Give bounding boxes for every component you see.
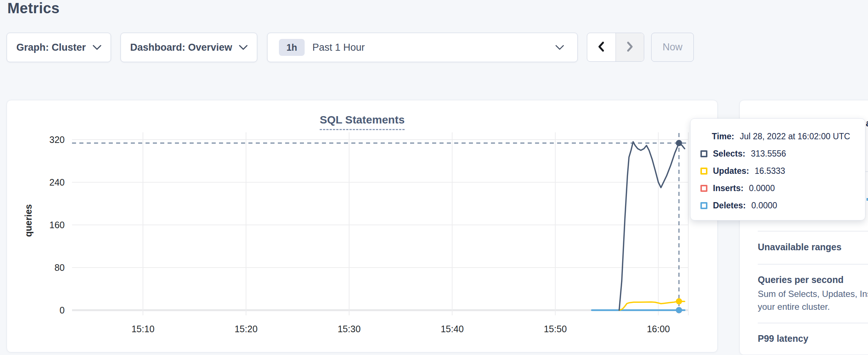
- graph-scope-dropdown-label: Graph: Cluster: [16, 42, 86, 53]
- metrics-page: { "page": { "title": "Metrics" }, "toolb…: [0, 0, 868, 355]
- chevron-down-icon: [555, 45, 564, 50]
- chevron-down-icon: [239, 45, 248, 50]
- divider: [758, 231, 868, 232]
- chevron-left-icon: [597, 41, 606, 54]
- tooltip-time-value: Jul 28, 2022 at 16:02:00 UTC: [740, 132, 850, 141]
- tooltip-inserts-value: 0.0000: [749, 183, 775, 193]
- dashboard-dropdown[interactable]: Dashboard: Overview: [121, 33, 257, 62]
- clipped-text-fragment: a: [866, 118, 868, 129]
- summary-qps-title: Queries per second: [758, 275, 843, 285]
- prev-range-button[interactable]: [587, 33, 616, 61]
- tooltip-time-label: Time:: [712, 132, 734, 141]
- summary-qps-description-line2: your entire cluster.: [758, 302, 830, 312]
- time-range-nav: [587, 33, 644, 62]
- inserts-series-swatch-icon: [700, 185, 707, 192]
- tooltip-deletes-label: Deletes:: [713, 201, 746, 211]
- tooltip-selects-label: Selects:: [713, 149, 745, 159]
- now-button-label: Now: [663, 42, 682, 53]
- divider: [758, 323, 868, 323]
- summary-unavailable-ranges-title: Unavailable ranges: [758, 242, 842, 252]
- tooltip-updates-label: Updates:: [713, 166, 749, 176]
- legend-swatch-fragment: [867, 198, 868, 201]
- updates-series-swatch-icon: [700, 168, 707, 175]
- now-button[interactable]: Now: [651, 33, 694, 62]
- tooltip-updates-value: 16.5333: [754, 166, 785, 176]
- time-window-label: Past 1 Hour: [312, 42, 365, 53]
- chevron-down-icon: [93, 45, 101, 50]
- time-window-badge: 1h: [279, 39, 305, 56]
- sql-statements-card: SQL Statements: [7, 100, 718, 352]
- time-range-selector[interactable]: 1h Past 1 Hour: [267, 33, 578, 62]
- chevron-right-icon: [625, 41, 634, 54]
- tooltip-selects-value: 313.5556: [751, 149, 786, 159]
- tooltip-deletes-value: 0.0000: [751, 201, 777, 211]
- dashboard-dropdown-label: Dashboard: Overview: [130, 42, 232, 53]
- tooltip-inserts-label: Inserts:: [713, 183, 743, 193]
- chart-hover-tooltip: Time: Jul 28, 2022 at 16:02:00 UTC Selec…: [690, 118, 865, 220]
- chart-title[interactable]: SQL Statements: [320, 114, 405, 130]
- next-range-button[interactable]: [616, 33, 644, 61]
- deletes-series-swatch-icon: [700, 202, 707, 209]
- divider: [758, 264, 868, 265]
- summary-qps-description-line1: Sum of Selects, Updates, Inser: [758, 289, 868, 299]
- selects-series-swatch-icon: [700, 150, 707, 157]
- page-title: Metrics: [7, 0, 60, 17]
- graph-scope-dropdown[interactable]: Graph: Cluster: [7, 33, 111, 62]
- summary-p99-latency-title: P99 latency: [758, 333, 808, 344]
